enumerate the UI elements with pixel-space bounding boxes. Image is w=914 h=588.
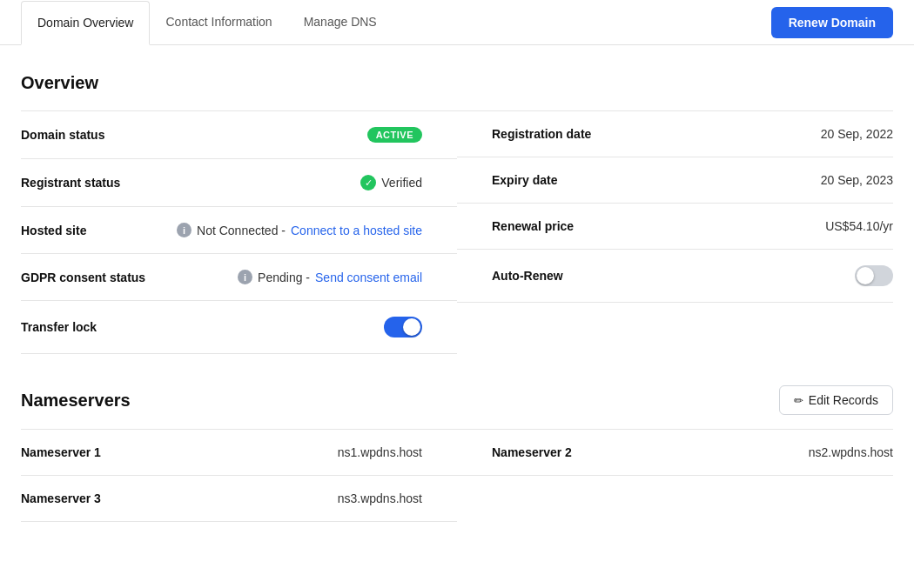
active-badge: ACTIVE [367,127,422,143]
auto-renew-row: Auto-Renew [457,250,893,303]
edit-records-button[interactable]: ✏ Edit Records [779,385,893,415]
nameserver-1-row: Nameserver 1 ns1.wpdns.host [21,430,457,476]
registration-date-value: 20 Sep, 2022 [624,127,893,141]
gdpr-consent-label: GDPR consent status [21,271,145,284]
nameserver-2-row: Nameserver 2 ns2.wpdns.host [457,430,893,476]
domain-status-value: ACTIVE [153,127,422,143]
overview-right-col: Registration date 20 Sep, 2022 Expiry da… [457,111,893,354]
nameserver-3-row: Nameserver 3 ns3.wpdns.host [21,476,457,522]
hosted-site-value: i Not Connected - Connect to a hosted si… [153,223,422,237]
domain-status-label: Domain status [21,128,143,142]
nameserver-3-value: ns3.wpdns.host [338,491,422,505]
transfer-lock-track[interactable] [384,317,422,337]
tab-domain-overview[interactable]: Domain Overview [21,1,150,45]
tab-bar: Domain Overview Contact Information Mana… [0,0,914,45]
nameservers-title: Nameservers [21,391,131,411]
overview-grid: Domain status ACTIVE Registrant status ✓… [21,110,893,354]
expiry-date-value: 20 Sep, 2023 [624,173,893,187]
transfer-lock-label: Transfer lock [21,320,143,334]
nameservers-header: Nameservers ✏ Edit Records [21,385,893,415]
registrant-status-row: Registrant status ✓ Verified [21,159,457,207]
registrant-status-value: ✓ Verified [153,175,422,190]
connect-hosted-site-link[interactable]: Connect to a hosted site [291,224,422,237]
send-consent-email-link[interactable]: Send consent email [315,271,422,284]
hosted-site-label: Hosted site [21,224,143,237]
nameserver-2-value: ns2.wpdns.host [809,445,893,459]
tab-list: Domain Overview Contact Information Mana… [21,0,393,44]
nameserver-2-label: Nameserver 2 [492,445,572,459]
info-icon-gdpr: i [238,270,252,284]
renewal-price-row: Renewal price US$54.10/yr [457,204,893,250]
auto-renew-track[interactable] [855,265,893,286]
nameservers-section: Nameservers ✏ Edit Records Nameserver 1 … [21,385,893,522]
renewal-price-label: Renewal price [492,219,614,233]
expiry-date-label: Expiry date [492,173,614,187]
tab-contact-information[interactable]: Contact Information [150,0,287,44]
domain-status-row: Domain status ACTIVE [21,111,457,159]
registrant-status-label: Registrant status [21,176,143,190]
tab-manage-dns[interactable]: Manage DNS [288,0,393,44]
auto-renew-label: Auto-Renew [492,269,614,283]
transfer-lock-thumb [403,318,420,336]
nameservers-right-col: Nameserver 2 ns2.wpdns.host [457,430,893,522]
gdpr-consent-value: i Pending - Send consent email [156,270,422,284]
overview-title: Overview [21,73,893,93]
pencil-icon: ✏ [794,394,803,407]
nameservers-left-col: Nameserver 1 ns1.wpdns.host Nameserver 3… [21,430,457,522]
renew-domain-button[interactable]: Renew Domain [771,7,893,38]
main-content: Overview Domain status ACTIVE Registrant… [0,45,914,550]
auto-renew-toggle[interactable] [855,265,893,286]
transfer-lock-toggle[interactable] [384,317,422,337]
overview-left-col: Domain status ACTIVE Registrant status ✓… [21,111,457,354]
transfer-lock-value [153,317,422,337]
renewal-price-value: US$54.10/yr [624,219,893,233]
hosted-site-row: Hosted site i Not Connected - Connect to… [21,207,457,254]
nameserver-3-label: Nameserver 3 [21,491,101,505]
registration-date-row: Registration date 20 Sep, 2022 [457,111,893,157]
gdpr-consent-row: GDPR consent status i Pending - Send con… [21,254,457,301]
info-icon-hosted: i [177,223,192,237]
auto-renew-value [624,265,893,286]
nameserver-1-value: ns1.wpdns.host [338,445,422,459]
transfer-lock-row: Transfer lock [21,301,457,354]
nameserver-1-label: Nameserver 1 [21,445,101,459]
expiry-date-row: Expiry date 20 Sep, 2023 [457,157,893,204]
nameservers-grid: Nameserver 1 ns1.wpdns.host Nameserver 3… [21,429,893,522]
auto-renew-thumb [857,267,874,284]
registration-date-label: Registration date [492,127,614,141]
verified-check-icon: ✓ [360,175,376,190]
